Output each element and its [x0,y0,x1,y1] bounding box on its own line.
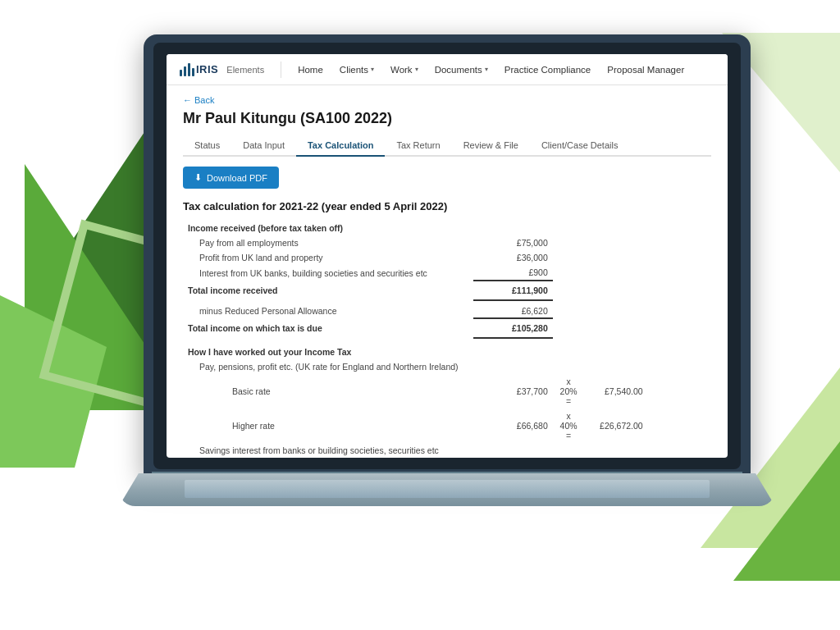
tab-review-file[interactable]: Review & File [452,135,530,157]
product-name: Elements [226,65,264,75]
iris-bars-icon [180,63,194,76]
chevron-down-icon: ▾ [485,66,488,73]
iris-text: IRIS [196,63,218,75]
laptop-screen-outer: IRIS Elements Home Clients ▾ [144,34,751,477]
income-header: Income received (before tax taken off) [188,223,343,233]
download-label: Download PDF [207,173,267,183]
content-area: ← Back Mr Paul Kitungu (SA100 2022) Stat… [167,85,728,458]
higher-rate-label: Higher rate [183,409,473,443]
row-value: £36,000 [473,250,553,265]
higher-rate-result: £26,672.00 [584,409,647,443]
pay-pensions-label: Pay, pensions, profit etc. (UK rate for … [183,359,711,374]
navbar: IRIS Elements Home Clients ▾ [167,54,728,85]
total-income-value: £111,900 [512,285,548,295]
back-link[interactable]: ← Back [183,95,711,105]
tab-tax-calculation[interactable]: Tax Calculation [296,135,385,157]
higher-rate-row: Higher rate £66,680 x 40% = £26,672.00 [183,409,711,443]
nav-home-label: Home [298,65,323,75]
basic-rate-amount: £37,700 [473,374,553,409]
bar-1 [180,70,182,76]
basic-rate-label: Basic rate [183,374,473,409]
pay-pensions-label-row: Pay, pensions, profit etc. (UK rate for … [183,359,711,374]
nav-documents[interactable]: Documents ▾ [435,65,488,75]
income-tax-header-row: How I have worked out your Income Tax [183,338,711,359]
deduction-row: minus Reduced Personal Allowance £6,620 [183,300,711,318]
higher-rate-amount: £66,680 [473,409,553,443]
page-title: Mr Paul Kitungu (SA100 2022) [183,110,711,127]
row-label: Profit from UK land and property [183,250,473,265]
nav-proposal-manager[interactable]: Proposal Manager [607,65,684,75]
nav-practice-label: Practice Compliance [504,65,591,75]
chevron-down-icon: ▾ [415,66,418,73]
taxable-income-label: Total income on which tax is due [188,323,322,333]
download-icon: ⬇ [194,172,202,183]
basic-rate-result: £7,540.00 [584,374,647,409]
savings-label: Savings interest from banks or building … [183,443,711,458]
bar-3 [188,63,190,76]
nav-clients-label: Clients [340,65,368,75]
laptop-bezel: IRIS Elements Home Clients ▾ [153,43,741,469]
tab-data-input[interactable]: Data Input [231,135,296,157]
income-tax-header: How I have worked out your Income Tax [188,347,351,357]
nav-proposal-label: Proposal Manager [607,65,684,75]
section-title: Tax calculation for 2021-22 (year ended … [183,200,711,212]
table-row: Interest from UK banks, building societi… [183,265,711,281]
bar-2 [184,66,186,76]
back-label: Back [194,95,214,105]
deduction-value: £6,620 [473,300,553,318]
nav-clients[interactable]: Clients ▾ [340,65,374,75]
table-row: Pay from all employments £75,000 [183,235,711,250]
income-header-row: Income received (before tax taken off) [183,221,711,235]
bar-4 [192,68,194,76]
tab-bar: Status Data Input Tax Calculation Tax Re… [183,135,711,157]
nav-home[interactable]: Home [298,65,323,75]
nav-documents-label: Documents [435,65,482,75]
basic-rate-row: Basic rate £37,700 x 20% = £7,540.00 [183,374,711,409]
deduction-label: minus Reduced Personal Allowance [183,300,473,318]
chevron-down-icon: ▾ [371,66,374,73]
nav-work[interactable]: Work ▾ [390,65,418,75]
row-value: £900 [473,265,553,281]
taxable-income-value: £105,280 [512,323,548,333]
row-label: Pay from all employments [183,235,473,250]
total-income-row: Total income received £111,900 [183,281,711,300]
tab-status[interactable]: Status [183,135,231,157]
nav-divider [281,62,281,78]
row-value: £75,000 [473,235,553,250]
screen-ui: IRIS Elements Home Clients ▾ [167,54,728,458]
laptop: IRIS Elements Home Clients ▾ [144,34,751,543]
nav-practice-compliance[interactable]: Practice Compliance [504,65,591,75]
higher-rate-multiplier: x 40% = [553,409,585,443]
laptop-keyboard [185,480,710,498]
tab-tax-return[interactable]: Tax Return [385,135,451,157]
back-arrow-icon: ← [183,95,192,105]
total-income-label: Total income received [188,285,278,295]
brand: IRIS Elements [180,63,264,76]
tax-calculation-table: Income received (before tax taken off) P… [183,221,711,458]
savings-label-row: Savings interest from banks or building … [183,443,711,458]
download-pdf-button[interactable]: ⬇ Download PDF [183,167,279,189]
row-label: Interest from UK banks, building societi… [183,265,473,281]
tab-client-case-details[interactable]: Client/Case Details [530,135,630,157]
basic-rate-multiplier: x 20% = [553,374,585,409]
taxable-income-row: Total income on which tax is due £105,28… [183,318,711,338]
iris-logo: IRIS [180,63,218,76]
nav-work-label: Work [390,65,413,75]
laptop-screen: IRIS Elements Home Clients ▾ [167,54,728,458]
table-row: Profit from UK land and property £36,000 [183,250,711,265]
